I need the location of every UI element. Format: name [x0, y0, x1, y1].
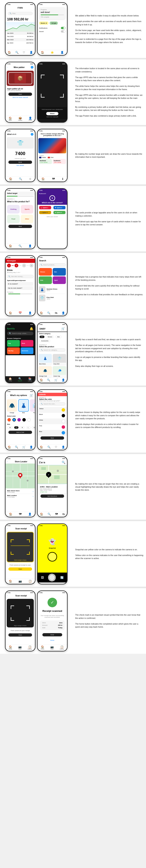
scan-btn[interactable]: Scan [8, 633, 32, 637]
zalando-item-4[interactable]: Pink [38, 424, 67, 430]
clothing-item-1[interactable]: 🧥 Orange [7, 399, 17, 413]
nav-home[interactable]: 🏠 [9, 580, 12, 583]
nav-home[interactable]: 🏠 [8, 51, 11, 54]
nav-star[interactable]: ☆ [29, 177, 31, 180]
nav-home[interactable]: 🏠 [40, 445, 43, 448]
kahoot-ans-3[interactable]: ●Option 3 [39, 211, 51, 214]
secondary-link[interactable]: See details [5, 164, 35, 166]
cart-icon[interactable]: 🛒 [61, 327, 65, 331]
nav-search[interactable]: 🔍 [47, 445, 51, 448]
nav-search[interactable]: 🔍 [47, 378, 50, 381]
kahoot-ans-4[interactable]: ■Option 4 [53, 211, 66, 214]
cat-electronic[interactable]: Electronic [21, 347, 33, 354]
next-btn[interactable]: Next [8, 225, 32, 228]
nav-pakker[interactable]: 📦 Pakker [18, 117, 22, 121]
kahoot-ans-1[interactable]: ▲Option 1 [39, 206, 51, 209]
size-xs[interactable]: XS [7, 426, 13, 429]
product-1[interactable]: 👗 Blue Dress [39, 354, 52, 365]
nav-hjem[interactable]: 🏠 Hjem [8, 117, 12, 121]
nav-map[interactable]: 🗺 [52, 177, 55, 180]
home-button[interactable]: Done [42, 633, 62, 637]
directions-btn[interactable]: Get Directions [41, 494, 64, 498]
book-btn[interactable]: Book [8, 161, 32, 164]
answer-card-1[interactable]: Clothing [7, 205, 20, 214]
answer-card-3[interactable]: Food [7, 215, 20, 223]
nav-search[interactable]: 🔍 [19, 177, 22, 180]
nav-star[interactable]: ⭐ [51, 51, 54, 54]
cat-women[interactable]: Women [39, 268, 52, 276]
nav-profile[interactable]: 👤 [62, 445, 65, 448]
nav-search[interactable]: 🔍 [47, 311, 50, 314]
info-icon[interactable]: i [31, 66, 33, 69]
nav-info[interactable]: ℹ [62, 177, 63, 180]
size-m[interactable]: M [20, 426, 25, 429]
filter-women[interactable]: Women [46, 336, 54, 338]
nav-search[interactable]: 🔍 [48, 513, 51, 516]
product-2[interactable]: 👕 Grey Shirt [53, 354, 66, 365]
home-link[interactable]: Home [50, 640, 54, 641]
product-row-2[interactable]: 👕 Polo Shirt 199 kr [39, 294, 66, 302]
search-icon[interactable]: 🔍 [62, 461, 66, 464]
search-input[interactable]: 🔍 Søk etter trening... [7, 275, 34, 278]
nav-home[interactable]: 🏠 [9, 513, 12, 516]
filter-input[interactable]: 🔍 Filter [8, 12, 33, 15]
nav-profile[interactable]: 👤 [30, 51, 33, 54]
scan-btn[interactable]: Scan [8, 93, 32, 96]
color-white[interactable] [27, 418, 31, 422]
zalando-item-5[interactable]: Blue [38, 430, 67, 436]
manual-link[interactable]: Skriv inn manuelt [39, 116, 66, 118]
zalando-item-3[interactable]: White [38, 418, 67, 424]
product-4[interactable]: 🧢 Green Cap [53, 366, 66, 377]
nav-home[interactable]: 🏠 [9, 244, 12, 247]
notification-toggle[interactable] [61, 27, 66, 29]
cat-men[interactable]: Men [53, 268, 66, 276]
answer-card-2[interactable]: Sports [21, 205, 33, 214]
cat-sport[interactable]: Sport [53, 276, 66, 284]
zalando-item-1[interactable]: Yellow [38, 407, 67, 413]
nav-bag[interactable]: 🛍 [55, 311, 57, 314]
nav-home[interactable]: 🏠 [40, 311, 43, 314]
nav-scan[interactable]: 📷 Scan [50, 645, 54, 650]
clothing-item-3[interactable]: 👔 Purple [30, 399, 35, 413]
nav-search[interactable]: 🔍 [19, 244, 22, 247]
nav-home[interactable]: 🏠 [41, 51, 44, 54]
store-2[interactable]: Mall Location 1.2 km away › [7, 494, 33, 498]
nav-home[interactable]: 🏠 [40, 513, 43, 516]
filter-men[interactable]: Men [55, 336, 62, 338]
nav-camera[interactable]: 📷 [19, 580, 22, 583]
size-l[interactable]: L [26, 426, 30, 429]
nav-bag[interactable]: 🛍 [62, 513, 65, 516]
nav-wishlist[interactable]: ♡ [55, 445, 57, 448]
link-btn[interactable]: Skriv inn kode manuelt [5, 97, 35, 98]
nav-history[interactable]: 📋 History [60, 645, 64, 650]
nav-profile[interactable]: 👤 [28, 311, 32, 314]
gallery-icon[interactable]: 🖼 [41, 576, 44, 579]
shutter-btn[interactable] [48, 552, 57, 561]
spotify-search[interactable]: 🔍 Search songs, artists... [7, 332, 33, 335]
color-purple[interactable] [17, 418, 21, 422]
nav-scan[interactable]: 📷 Scan [18, 645, 22, 650]
color-black[interactable] [22, 418, 26, 422]
size-s[interactable]: S [14, 426, 19, 429]
clothing-item-2[interactable]: 👗 Blue [18, 399, 29, 413]
product-3[interactable]: 🧥 Orange Coat [39, 366, 52, 377]
store-1[interactable]: Main Street Store 0.3 km away › [7, 489, 33, 494]
nav-history[interactable]: 📋 History [28, 645, 32, 650]
nav-profile[interactable]: 👤 [28, 244, 32, 247]
nav-profil[interactable]: 👤 Profil [29, 117, 32, 121]
nav-map[interactable]: 🗺 [55, 513, 58, 516]
search-input[interactable]: 🔍Search products... [39, 263, 66, 267]
cat-pop[interactable]: Pop [7, 340, 20, 347]
nav-home[interactable]: 🏠 [40, 378, 43, 381]
zalando-item-2[interactable]: Black [38, 413, 67, 418]
nav-profile[interactable]: 👤 [62, 311, 65, 314]
nav-profile[interactable]: 👤 [30, 445, 33, 448]
bell-icon[interactable]: 🔔 [30, 327, 33, 331]
scan-action-btn[interactable]: Skann [46, 112, 58, 115]
nav-cart[interactable]: 🛒 [54, 378, 58, 381]
filter-all[interactable]: All [40, 336, 45, 338]
nav-profile[interactable]: 👤 [62, 378, 65, 381]
cart-icon[interactable]: 🛒 [30, 394, 33, 397]
nav-library[interactable]: 📚 Library [28, 377, 32, 381]
nav-cart[interactable]: 🛒 [22, 445, 26, 448]
